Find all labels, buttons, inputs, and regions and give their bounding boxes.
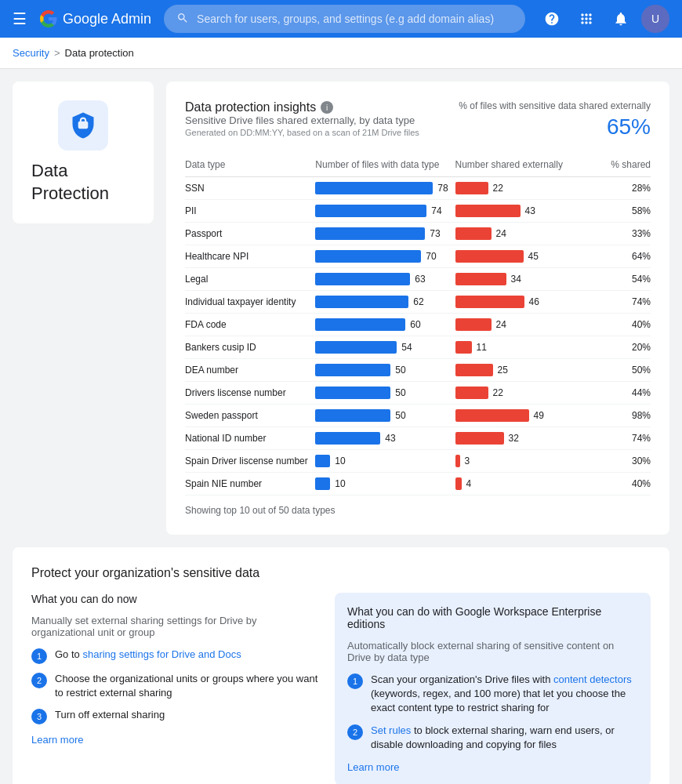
cell-pct: 58% — [586, 200, 651, 223]
pct-header: % of files with sensitive data shared ex… — [459, 100, 651, 140]
help-button[interactable] — [538, 5, 566, 33]
right-learn-more[interactable]: Learn more — [347, 761, 399, 773]
header-actions: U — [538, 5, 669, 33]
right-col-title: What you can do with Google Workspace En… — [347, 605, 638, 630]
shield-lock-icon — [69, 111, 97, 140]
cell-type: Bankers cusip ID — [185, 336, 315, 359]
cell-count-bar: 73 — [315, 223, 455, 245]
step-text-1: Go to sharing settings for Drive and Doc… — [55, 648, 241, 662]
cell-pct: 44% — [586, 382, 651, 405]
pct-value: 65% — [459, 114, 651, 140]
table-header-row: Data type Number of files with data type… — [185, 153, 651, 177]
main-content: Data Protection Data protection insights… — [0, 69, 682, 784]
info-icon[interactable]: i — [321, 101, 333, 114]
col-num-files: Number of files with data type — [315, 153, 455, 177]
table-row: Spain Driver liscense number 10 3 30% — [185, 450, 651, 473]
cell-type: PII — [185, 200, 315, 223]
cell-count-bar: 50 — [315, 405, 455, 427]
menu-icon[interactable]: ☰ — [13, 9, 27, 28]
cell-pct: 28% — [586, 177, 651, 200]
cell-count-bar: 74 — [315, 200, 455, 223]
step-text-3: Turn off external sharing — [55, 708, 165, 722]
table-row: PII 74 43 58% — [185, 200, 651, 223]
insights-card: Data protection insights i Sensitive Dri… — [166, 82, 669, 535]
cell-type: DEA number — [185, 359, 315, 382]
cell-shared-bar: 49 — [455, 405, 586, 427]
cell-shared-bar: 4 — [455, 473, 586, 495]
cell-shared-bar: 32 — [455, 427, 586, 450]
cell-count-bar: 54 — [315, 336, 455, 359]
left-step-1: 1 Go to sharing settings for Drive and D… — [31, 648, 322, 664]
step-text-2: Choose the organizational units or group… — [55, 672, 322, 700]
top-row: Data Protection Data protection insights… — [13, 82, 669, 535]
table-row: FDA code 60 24 40% — [185, 314, 651, 336]
cell-type: SSN — [185, 177, 315, 200]
set-rules-link[interactable]: Set rules — [371, 724, 411, 736]
apps-button[interactable] — [572, 5, 600, 33]
cell-shared-bar: 24 — [455, 223, 586, 245]
search-icon — [176, 12, 189, 27]
content-detectors-link[interactable]: content detectors — [553, 673, 632, 685]
sharing-settings-link[interactable]: sharing settings for Drive and Docs — [82, 648, 241, 660]
search-input[interactable] — [197, 13, 513, 25]
cell-type: Spain NIE number — [185, 473, 315, 495]
cell-pct: 20% — [586, 336, 651, 359]
cell-pct: 40% — [586, 314, 651, 336]
app-logo: Google Admin — [39, 9, 151, 28]
cell-pct: 54% — [586, 268, 651, 291]
left-learn-more[interactable]: Learn more — [31, 734, 83, 746]
protect-title: Protect your organization's sensitive da… — [31, 566, 651, 580]
cell-shared-bar: 3 — [455, 450, 586, 473]
table-row: National ID number 43 32 74% — [185, 427, 651, 450]
table-row: Drivers liscense number 50 22 44% — [185, 382, 651, 405]
protect-col-left: What you can do now Manually set externa… — [31, 593, 322, 784]
cell-type: Individual taxpayer identity — [185, 291, 315, 314]
cell-count-bar: 10 — [315, 473, 455, 495]
insights-generated: Generated on DD:MM:YY, based on a scan o… — [185, 128, 419, 137]
cell-shared-bar: 11 — [455, 336, 586, 359]
cell-count-bar: 43 — [315, 427, 455, 450]
cell-count-bar: 10 — [315, 450, 455, 473]
insights-title-group: Data protection insights i Sensitive Dri… — [185, 100, 419, 150]
right-step-text-2: Set rules to block external sharing, war… — [371, 724, 638, 752]
right-step-num-2: 2 — [347, 724, 363, 740]
cell-shared-bar: 46 — [455, 291, 586, 314]
cell-count-bar: 63 — [315, 268, 455, 291]
step-num-1: 1 — [31, 648, 47, 664]
col-data-type: Data type — [185, 153, 315, 177]
app-name: Google Admin — [63, 11, 151, 27]
cell-shared-bar: 43 — [455, 200, 586, 223]
cell-pct: 74% — [586, 291, 651, 314]
right-steps: 1 Scan your organization's Drive files w… — [347, 673, 638, 752]
pct-label: % of files with sensitive data shared ex… — [459, 100, 651, 111]
left-step-3: 3 Turn off external sharing — [31, 708, 322, 724]
table-row: Healthcare NPI 70 45 64% — [185, 245, 651, 268]
cell-pct: 40% — [586, 473, 651, 495]
cell-count-bar: 60 — [315, 314, 455, 336]
col-num-shared: Number shared externally — [455, 153, 586, 177]
breadcrumb-security[interactable]: Security — [13, 47, 49, 59]
notification-button[interactable] — [607, 5, 635, 33]
left-col-subtitle: Manually set external sharing settings f… — [31, 615, 322, 638]
cell-pct: 98% — [586, 405, 651, 427]
user-avatar[interactable]: U — [641, 5, 669, 33]
cell-pct: 33% — [586, 223, 651, 245]
page-icon-wrap — [58, 100, 108, 151]
step-num-3: 3 — [31, 709, 47, 724]
cell-count-bar: 78 — [315, 177, 455, 200]
col-pct-shared: % shared — [586, 153, 651, 177]
cell-shared-bar: 25 — [455, 359, 586, 382]
data-table: Data type Number of files with data type… — [185, 153, 651, 495]
table-row: Sweden passport 50 49 98% — [185, 405, 651, 427]
protect-cols: What you can do now Manually set externa… — [31, 593, 651, 784]
right-col-subtitle: Automatically block external sharing of … — [347, 640, 638, 663]
left-col-title: What you can do now — [31, 593, 322, 605]
protect-col-right: What you can do with Google Workspace En… — [335, 593, 651, 784]
search-bar[interactable] — [164, 5, 525, 33]
step-num-2: 2 — [31, 673, 47, 688]
cell-pct: 64% — [586, 245, 651, 268]
left-step-2: 2 Choose the organizational units or gro… — [31, 672, 322, 700]
cell-shared-bar: 45 — [455, 245, 586, 268]
cell-type: Drivers liscense number — [185, 382, 315, 405]
breadcrumb: Security > Data protection — [0, 38, 682, 69]
